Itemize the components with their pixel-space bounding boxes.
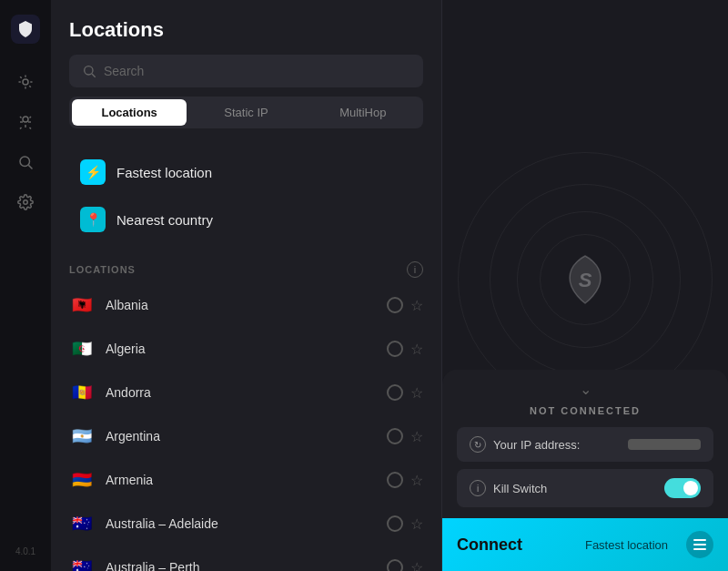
search-bar[interactable] xyxy=(69,55,423,87)
vpn-background: S xyxy=(553,248,617,311)
row-actions: ☆ xyxy=(387,515,423,533)
app-logo xyxy=(11,15,40,44)
menu-line-2 xyxy=(693,544,706,546)
country-row[interactable]: 🇦🇺 Australia – Perth ☆ xyxy=(58,546,434,571)
favorite-star[interactable]: ☆ xyxy=(410,297,423,314)
country-name: Armenia xyxy=(106,473,376,487)
row-actions: ☆ xyxy=(387,384,423,402)
panel-header: Locations Locations Static IP MultiHop xyxy=(51,0,441,139)
left-panel: Locations Locations Static IP MultiHop ⚡… xyxy=(51,0,442,571)
row-actions: ☆ xyxy=(387,472,423,489)
country-name: Australia – Adelaide xyxy=(106,516,376,531)
country-row[interactable]: 🇦🇺 Australia – Adelaide ☆ xyxy=(58,502,434,546)
menu-line-3 xyxy=(693,548,706,550)
svg-line-4 xyxy=(29,86,31,87)
svg-line-12 xyxy=(92,74,96,77)
country-flag: 🇦🇩 xyxy=(69,380,95,405)
country-flag: 🇦🇷 xyxy=(69,423,95,449)
info-rows: ↻ Your IP address: i Kill Switch xyxy=(442,427,728,518)
country-flag: 🇦🇲 xyxy=(69,467,95,493)
chevron-row[interactable]: ⌄ xyxy=(442,377,728,405)
vpn-logo: S xyxy=(553,248,617,311)
page-title: Locations xyxy=(69,18,423,42)
country-row[interactable]: 🇦🇲 Armenia ☆ xyxy=(58,458,434,502)
menu-icon[interactable] xyxy=(686,531,713,558)
select-radio[interactable] xyxy=(387,297,403,313)
row-actions: ☆ xyxy=(387,297,423,314)
search-input[interactable] xyxy=(104,64,410,78)
favorite-star[interactable]: ☆ xyxy=(410,559,423,572)
ip-info-left: ↻ Your IP address: xyxy=(470,436,580,453)
fastest-location-option[interactable]: ⚡ Fastest location xyxy=(69,150,423,194)
select-radio[interactable] xyxy=(387,472,403,488)
bolt-icon: ⚡ xyxy=(80,159,106,185)
quick-options: ⚡ Fastest location 📍 Nearest country xyxy=(51,139,441,252)
favorite-star[interactable]: ☆ xyxy=(410,472,423,489)
country-flag: 🇩🇿 xyxy=(69,336,95,362)
country-row[interactable]: 🇩🇿 Algeria ☆ xyxy=(58,327,434,371)
kill-switch-row: i Kill Switch xyxy=(457,469,713,507)
svg-point-0 xyxy=(23,79,28,85)
select-radio[interactable] xyxy=(387,341,403,357)
section-label: LOCATIONS xyxy=(69,264,136,275)
connect-location-label: Fastest location xyxy=(585,538,668,552)
info-circle-icon: i xyxy=(470,480,486,496)
row-actions: ☆ xyxy=(387,341,423,358)
kill-switch-toggle[interactable] xyxy=(664,478,701,498)
country-flag: 🇦🇺 xyxy=(69,511,95,536)
favorite-star[interactable]: ☆ xyxy=(410,428,423,445)
favorite-star[interactable]: ☆ xyxy=(410,384,423,402)
favorite-star[interactable]: ☆ xyxy=(410,515,423,533)
select-radio[interactable] xyxy=(387,384,403,401)
svg-point-10 xyxy=(24,200,28,205)
country-flag: 🇦🇺 xyxy=(69,555,95,571)
svg-line-9 xyxy=(28,165,32,168)
svg-line-3 xyxy=(20,76,22,78)
bottom-panel: ⌄ NOT CONNECTED ↻ Your IP address: i Kil… xyxy=(442,370,728,571)
country-name: Argentina xyxy=(106,429,376,444)
tab-static-ip[interactable]: Static IP xyxy=(188,99,303,126)
search-icon xyxy=(82,64,96,78)
nearest-country-option[interactable]: 📍 Nearest country xyxy=(69,198,423,241)
ip-label: Your IP address: xyxy=(493,438,580,452)
app-version: 4.0.1 xyxy=(15,546,35,556)
connection-status: NOT CONNECTED xyxy=(442,405,728,427)
svg-point-8 xyxy=(20,157,30,167)
country-name: Albania xyxy=(106,298,376,312)
settings-icon[interactable] xyxy=(9,186,42,219)
right-panel: S ⌄ NOT CONNECTED ↻ Your IP address: i K… xyxy=(442,0,728,571)
menu-line-1 xyxy=(693,539,706,541)
info-icon[interactable]: i xyxy=(407,261,423,278)
tab-multihop[interactable]: MultiHop xyxy=(306,99,420,126)
row-actions: ☆ xyxy=(387,428,423,445)
kill-switch-label: Kill Switch xyxy=(493,482,547,495)
country-row[interactable]: 🇦🇱 Albania ☆ xyxy=(58,283,434,327)
chevron-icon: ⌄ xyxy=(580,381,592,398)
country-flag: 🇦🇱 xyxy=(69,292,95,318)
connect-bar[interactable]: Connect Fastest location xyxy=(442,518,728,571)
country-name: Algeria xyxy=(106,342,376,356)
tab-locations[interactable]: Locations xyxy=(72,99,187,126)
section-header: LOCATIONS i xyxy=(51,252,441,283)
select-radio[interactable] xyxy=(387,515,403,532)
kill-switch-left: i Kill Switch xyxy=(470,480,547,496)
refresh-icon: ↻ xyxy=(470,436,486,453)
country-name: Australia – Perth xyxy=(106,560,376,571)
country-list: 🇦🇱 Albania ☆ 🇩🇿 Algeria ☆ 🇦🇩 Andorra ☆ 🇦… xyxy=(51,283,441,571)
bug-icon[interactable] xyxy=(9,106,42,138)
svg-text:S: S xyxy=(579,269,592,291)
connect-button-label: Connect xyxy=(457,535,574,555)
ip-value-blurred xyxy=(628,439,701,450)
select-radio[interactable] xyxy=(387,559,403,571)
country-row[interactable]: 🇦🇷 Argentina ☆ xyxy=(58,414,434,458)
pin-icon: 📍 xyxy=(80,207,106,232)
country-row[interactable]: 🇦🇩 Andorra ☆ xyxy=(58,371,434,414)
favorite-star[interactable]: ☆ xyxy=(410,341,423,358)
search-sidebar-icon[interactable] xyxy=(9,146,42,178)
tab-bar: Locations Static IP MultiHop xyxy=(69,97,423,128)
nearest-country-label: Nearest country xyxy=(116,212,213,228)
select-radio[interactable] xyxy=(387,428,403,444)
ip-address-row: ↻ Your IP address: xyxy=(457,427,713,462)
locations-section: LOCATIONS i 🇦🇱 Albania ☆ 🇩🇿 Algeria ☆ 🇦🇩… xyxy=(51,252,441,571)
brightness-icon[interactable] xyxy=(9,66,42,98)
